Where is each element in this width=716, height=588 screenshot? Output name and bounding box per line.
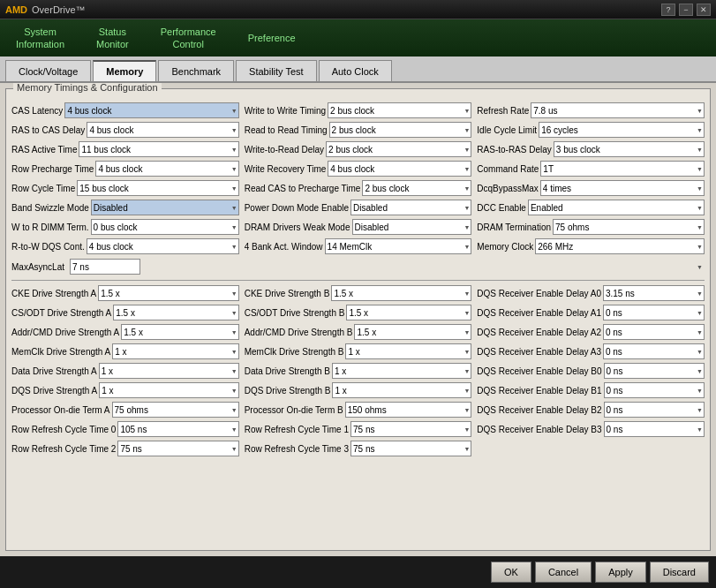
mem-clock-select[interactable]: 266 MHz xyxy=(535,238,705,254)
tab-auto-clock[interactable]: Auto Clock xyxy=(319,60,392,81)
tab-benchmark[interactable]: Benchmark xyxy=(158,60,234,81)
cke-a-field: CKE Drive Strength A 1.5 x xyxy=(11,284,239,302)
nav-system-information[interactable]: SystemInformation xyxy=(9,24,72,53)
bank-act-select-wrapper: 14 MemClk xyxy=(325,238,472,254)
nav-performance-control[interactable]: PerformanceControl xyxy=(154,24,223,53)
proc-on-die-a-select[interactable]: 75 ohms xyxy=(112,402,239,418)
dcc-enable-label: DCC Enable xyxy=(477,203,526,213)
dqs-b0-select[interactable]: 0 ns xyxy=(604,363,705,379)
dcc-enable-select[interactable]: Enabled xyxy=(528,200,705,215)
dqs-a1-select[interactable]: 0 ns xyxy=(603,305,705,320)
dqs-drive-a-select[interactable]: 1 x xyxy=(99,382,238,398)
cke-a-select[interactable]: 1.5 x xyxy=(98,285,239,301)
read-cas-select[interactable]: 2 bus clock xyxy=(362,180,471,196)
amd-logo-title: AMD xyxy=(5,4,27,15)
r-to-w-dqs-select[interactable]: 4 bus clock xyxy=(87,238,239,254)
nav-preference[interactable]: Preference xyxy=(241,30,303,46)
command-rate-select[interactable]: 1T xyxy=(540,161,705,177)
dqs-drive-b-field: DQS Drive Strength B 1 x xyxy=(245,381,472,399)
dqs-drive-a-field: DQS Drive Strength A 1 x xyxy=(11,381,239,399)
dqs-a0-label: DQS Receiver Enable Delay A0 xyxy=(477,289,601,298)
ok-button[interactable]: OK xyxy=(491,562,531,583)
band-swizzle-select[interactable]: Disabled xyxy=(91,200,239,215)
tab-stability-test[interactable]: Stability Test xyxy=(236,60,317,81)
power-down-select[interactable]: Disabled xyxy=(350,200,471,215)
idle-cycle-label: Idle Cycle Limit xyxy=(477,125,537,135)
memclk-b-label: MemClk Drive Strength B xyxy=(245,347,344,357)
dram-weak-field: DRAM Drivers Weak Mode Disabled xyxy=(245,218,472,236)
row-precharge-select[interactable]: 4 bus clock xyxy=(95,161,238,177)
write-recovery-select[interactable]: 4 bus clock xyxy=(328,161,471,177)
memclk-a-select[interactable]: 1 x xyxy=(112,343,238,359)
dcq-bypass-select[interactable]: 4 times xyxy=(540,180,705,196)
refresh-rate-select-wrapper: 7.8 us xyxy=(531,102,705,118)
proc-on-die-b-select[interactable]: 150 ohms xyxy=(345,402,472,418)
dqs-b3-select[interactable]: 0 ns xyxy=(604,421,705,437)
write-read-select[interactable]: 2 bus clock xyxy=(326,141,471,157)
bank-act-select[interactable]: 14 MemClk xyxy=(325,238,472,254)
apply-button[interactable]: Apply xyxy=(595,562,646,583)
group-box-title: Memory Timings & Configuration xyxy=(13,83,162,93)
ras-cas-select[interactable]: 4 bus clock xyxy=(87,122,238,138)
dqs-b1-select[interactable]: 0 ns xyxy=(604,382,705,398)
row-precharge-select-wrapper: 4 bus clock xyxy=(95,161,238,177)
row-cycle-field: Row Cycle Time 15 bus clock xyxy=(11,179,239,197)
dqs-b1-label: DQS Receiver Enable Delay B1 xyxy=(477,386,601,396)
dqs-a3-select[interactable]: 0 ns xyxy=(603,343,705,359)
dcq-bypass-label: DcqBypassMax xyxy=(477,184,538,193)
dqs-b2-select-wrapper: 0 ns xyxy=(604,402,705,418)
write-write-select-wrapper: 2 bus clock xyxy=(328,102,471,118)
max-async-lat-select[interactable]: 7 ns xyxy=(70,259,140,275)
read-read-select[interactable]: 2 bus clock xyxy=(329,122,472,138)
cke-b-select[interactable]: 1.5 x xyxy=(331,285,471,301)
close-button[interactable]: ✕ xyxy=(697,4,711,16)
ras-to-ras-select[interactable]: 3 bus clock xyxy=(554,141,705,157)
row-refresh-3-select[interactable]: 75 ns xyxy=(350,441,471,456)
dram-term-select-wrapper: 75 ohms xyxy=(553,219,705,235)
dqs-a1-select-wrapper: 0 ns xyxy=(603,305,705,320)
nav-status-monitor[interactable]: StatusMonitor xyxy=(89,24,136,53)
write-write-select[interactable]: 2 bus clock xyxy=(328,102,471,118)
data-a-select[interactable]: 1 x xyxy=(99,363,239,379)
data-a-field: Data Drive Strength A 1 x xyxy=(11,362,239,380)
dqs-b1-field: DQS Receiver Enable Delay B1 0 ns xyxy=(477,381,705,399)
row-cycle-select[interactable]: 15 bus clock xyxy=(77,180,238,196)
cas-latency-select[interactable]: 4 bus clock xyxy=(64,102,238,118)
tab-memory[interactable]: Memory xyxy=(93,60,156,81)
dqs-b2-select[interactable]: 0 ns xyxy=(604,402,705,418)
command-rate-select-wrapper: 1T xyxy=(540,161,705,177)
w-to-r-dimm-field: W to R DIMM Term. 0 bus clock xyxy=(11,218,239,236)
ras-active-select[interactable]: 11 bus clock xyxy=(79,141,238,157)
discard-button[interactable]: Discard xyxy=(650,562,709,583)
cke-b-label: CKE Drive Strength B xyxy=(245,289,330,298)
r-to-w-dqs-label: R-to-W DQS Cont. xyxy=(11,242,85,252)
cs-odt-b-select[interactable]: 1.5 x xyxy=(346,305,471,320)
help-button[interactable]: ? xyxy=(661,4,675,16)
dqs-drive-b-select[interactable]: 1 x xyxy=(332,382,471,398)
cancel-button[interactable]: Cancel xyxy=(535,562,592,583)
dram-term-select[interactable]: 75 ohms xyxy=(553,219,705,235)
w-to-r-dimm-select[interactable]: 0 bus clock xyxy=(91,219,239,235)
memclk-a-field: MemClk Drive Strength A 1 x xyxy=(11,343,239,360)
addr-cmd-b-select-wrapper: 1.5 x xyxy=(354,324,471,340)
idle-cycle-select[interactable]: 16 cycles xyxy=(539,122,705,138)
tab-clock-voltage[interactable]: Clock/Voltage xyxy=(5,60,91,81)
cs-odt-a-select[interactable]: 1.5 x xyxy=(113,305,238,320)
addr-cmd-a-select[interactable]: 1.5 x xyxy=(121,324,238,340)
dqs-b0-label: DQS Receiver Enable Delay B0 xyxy=(477,366,601,376)
dqs-b2-field: DQS Receiver Enable Delay B2 0 ns xyxy=(477,401,705,418)
refresh-rate-field: Refresh Rate 7.8 us xyxy=(477,102,705,119)
refresh-rate-select[interactable]: 7.8 us xyxy=(531,102,705,118)
row-refresh-2-select[interactable]: 75 ns xyxy=(117,441,238,456)
row-refresh-1-select[interactable]: 75 ns xyxy=(350,421,471,437)
row-refresh-0-select[interactable]: 105 ns xyxy=(117,421,238,437)
dqs-a0-select[interactable]: 3.15 ns xyxy=(603,285,705,301)
dqs-a2-select[interactable]: 0 ns xyxy=(603,324,705,340)
data-b-select[interactable]: 1 x xyxy=(332,363,471,379)
read-cas-field: Read CAS to Precharge Time 2 bus clock xyxy=(245,179,472,197)
addr-cmd-b-select[interactable]: 1.5 x xyxy=(354,324,471,340)
write-recovery-label: Write Recovery Time xyxy=(245,164,327,174)
memclk-b-select[interactable]: 1 x xyxy=(345,343,471,359)
dram-weak-select[interactable]: Disabled xyxy=(352,219,472,235)
minimize-button[interactable]: − xyxy=(679,4,693,16)
